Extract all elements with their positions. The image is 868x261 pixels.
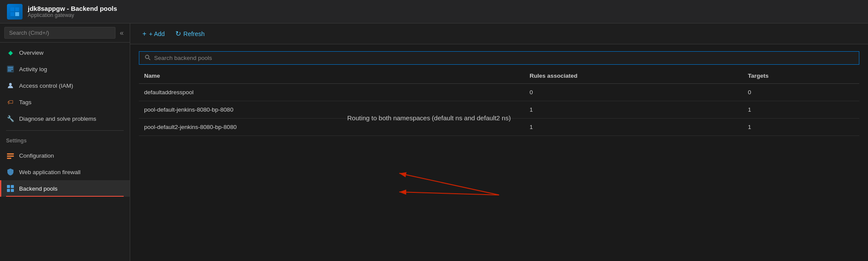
col-rules: Rules associated — [524, 68, 743, 84]
sidebar-item-label: Tags — [19, 99, 32, 106]
cell-targets: 1 — [743, 101, 859, 119]
content-wrapper: + + Add ↻ Refresh — [130, 23, 868, 261]
backend-pools-icon — [6, 184, 15, 193]
settings-nav: Configuration Web application firewall B… — [0, 145, 130, 198]
sidebar-item-waf[interactable]: Web application firewall — [0, 164, 130, 180]
sidebar-item-label: Activity log — [19, 66, 47, 73]
sidebar-item-label: Access control (IAM) — [19, 83, 73, 89]
waf-icon — [6, 168, 15, 176]
header-title: jdk8sappgw - Backend pools Application g… — [28, 5, 117, 18]
svg-rect-6 — [8, 69, 13, 69]
table-header-row: Name Rules associated Targets — [139, 68, 859, 84]
svg-line-20 — [399, 192, 499, 195]
svg-rect-0 — [10, 7, 14, 11]
sidebar-item-backend-pools[interactable]: Backend pools — [0, 180, 130, 197]
cell-rules: 1 — [524, 101, 743, 119]
sidebar-item-tags[interactable]: 🏷 Tags — [0, 94, 130, 110]
cell-name: defaultaddresspool — [139, 84, 524, 101]
plus-icon: + — [142, 30, 146, 38]
active-indicator — [6, 196, 124, 197]
sidebar-item-activity-log[interactable]: Activity log — [0, 61, 130, 77]
cell-rules: 0 — [524, 84, 743, 101]
tags-icon: 🏷 — [6, 98, 15, 106]
svg-rect-11 — [7, 158, 11, 159]
annotation-text: Routing to both namespaces (default ns a… — [347, 114, 511, 122]
svg-rect-13 — [11, 185, 14, 188]
svg-rect-3 — [15, 12, 19, 16]
svg-rect-14 — [7, 189, 10, 192]
svg-rect-1 — [15, 7, 19, 11]
svg-rect-12 — [7, 185, 10, 188]
svg-point-16 — [145, 55, 149, 59]
toolbar: + + Add ↻ Refresh — [130, 23, 868, 44]
sidebar-search-input[interactable] — [4, 27, 115, 39]
cell-targets: 0 — [743, 84, 859, 101]
svg-line-17 — [149, 59, 151, 60]
main-layout: « ◆ Overview Activity log Access control… — [0, 23, 868, 261]
app-icon — [7, 4, 23, 20]
main-content: + + Add ↻ Refresh — [130, 23, 868, 147]
sidebar-item-configuration[interactable]: Configuration — [0, 147, 130, 164]
svg-rect-7 — [8, 70, 11, 71]
svg-line-19 — [399, 173, 499, 195]
svg-rect-9 — [7, 153, 14, 155]
svg-rect-5 — [8, 67, 13, 68]
page-title: jdk8sappgw - Backend pools — [28, 5, 117, 12]
search-icon — [145, 54, 151, 62]
cell-targets: 1 — [743, 119, 859, 136]
sidebar-item-access-control[interactable]: Access control (IAM) — [0, 77, 130, 94]
search-backend-pools-input[interactable] — [154, 55, 854, 61]
iam-icon — [6, 81, 15, 90]
svg-point-8 — [9, 83, 12, 86]
overview-icon: ◆ — [6, 48, 15, 57]
settings-section-label: Settings — [0, 132, 130, 145]
refresh-icon: ↻ — [175, 30, 181, 38]
backend-pools-table: Name Rules associated Targets defaultadd… — [139, 68, 859, 136]
refresh-button[interactable]: ↻ Refresh — [172, 28, 208, 40]
settings-divider — [6, 130, 124, 131]
sidebar-item-diagnose[interactable]: 🔧 Diagnose and solve problems — [0, 110, 130, 127]
svg-rect-10 — [7, 155, 14, 157]
activity-log-icon — [6, 65, 15, 73]
col-name: Name — [139, 68, 524, 84]
content-area: Name Rules associated Targets defaultadd… — [130, 44, 868, 147]
add-label: + Add — [149, 30, 164, 37]
sidebar-item-label: Diagnose and solve problems — [19, 116, 96, 122]
sidebar-nav: ◆ Overview Activity log Access control (… — [0, 43, 130, 129]
cell-rules: 1 — [524, 119, 743, 136]
sidebar-item-label: Backend pools — [19, 185, 58, 192]
collapse-button[interactable]: « — [118, 28, 125, 38]
sidebar: « ◆ Overview Activity log Access control… — [0, 23, 130, 261]
sidebar-item-label: Configuration — [19, 152, 54, 159]
table-row[interactable]: defaultaddresspool00 — [139, 84, 859, 101]
diagnose-icon: 🔧 — [6, 114, 15, 123]
search-bar — [139, 51, 859, 65]
svg-rect-2 — [10, 12, 14, 16]
sidebar-item-overview[interactable]: ◆ Overview — [0, 44, 130, 61]
sidebar-item-label: Web application firewall — [19, 169, 81, 175]
refresh-label: Refresh — [184, 30, 205, 37]
col-targets: Targets — [743, 68, 859, 84]
page-subtitle: Application gateway — [28, 12, 117, 18]
add-button[interactable]: + + Add — [139, 28, 168, 40]
top-header: jdk8sappgw - Backend pools Application g… — [0, 0, 868, 23]
sidebar-item-label: Overview — [19, 50, 43, 56]
sidebar-search-row: « — [0, 23, 130, 43]
svg-rect-15 — [11, 189, 14, 192]
configuration-icon — [6, 151, 15, 160]
